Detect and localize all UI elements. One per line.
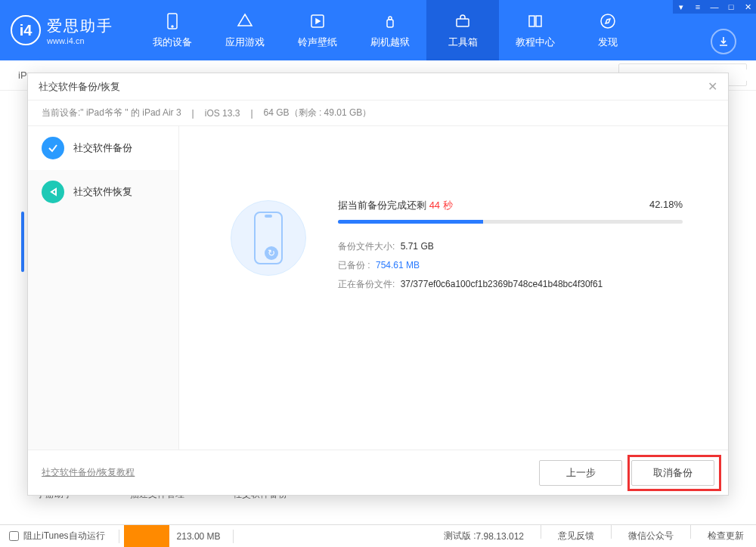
sidebar-item-restore[interactable]: 社交软件恢复 <box>28 170 178 214</box>
book-icon <box>525 11 545 31</box>
side-indicator <box>21 212 24 272</box>
sidebar-label: 社交软件备份 <box>73 141 132 155</box>
cancel-backup-button[interactable]: 取消备份 <box>631 460 714 486</box>
music-icon <box>308 11 327 31</box>
nav-discover[interactable]: 发现 <box>572 0 644 60</box>
app-subtitle: www.i4.cn <box>47 36 113 45</box>
apps-icon <box>235 11 255 31</box>
nav-label: 刷机越狱 <box>370 36 410 49</box>
progress-bar-fill <box>338 220 483 224</box>
device-info-bar: 当前设备:" iPad爷爷 " 的 iPad Air 3 | iOS 13.3 … <box>28 100 728 126</box>
win-shirt-icon[interactable]: ▾ <box>673 0 689 14</box>
dialog-main: ↻ 据当前备份完成还剩 44 秒 42.18% 备份文件大小: 5.71 GB <box>179 126 728 450</box>
nav-label: 发现 <box>598 36 618 49</box>
prev-button[interactable]: 上一步 <box>539 460 622 486</box>
device-name: " iPad爷爷 " 的 iPad Air 3 <box>80 107 181 118</box>
top-bar: i4 爱思助手 www.i4.cn 我的设备 应用游戏 铃声壁纸 刷机越狱 工具… <box>0 0 756 60</box>
version-value: 7.98.13.012 <box>476 531 524 542</box>
nav-flash[interactable]: 刷机越狱 <box>354 0 426 60</box>
svg-point-6 <box>601 14 615 28</box>
dialog-footer: 社交软件备份/恢复教程 上一步 取消备份 <box>28 450 728 495</box>
window-buttons: ▾ ≡ — □ ✕ <box>673 0 756 14</box>
block-itunes-input[interactable] <box>9 531 19 541</box>
win-close-icon[interactable]: ✕ <box>739 0 756 14</box>
tutorial-link[interactable]: 社交软件备份/恢复教程 <box>42 466 135 479</box>
download-button[interactable] <box>711 29 736 54</box>
nav-label: 铃声壁纸 <box>298 36 337 49</box>
phone-icon <box>163 11 182 31</box>
nav-my-device[interactable]: 我的设备 <box>136 0 209 60</box>
svg-rect-0 <box>168 14 177 29</box>
dialog-header: 社交软件备份/恢复 ✕ <box>28 73 728 100</box>
storage-used-bar <box>124 525 169 547</box>
win-menu-icon[interactable]: ≡ <box>689 0 706 14</box>
logo-area: i4 爱思助手 www.i4.cn <box>0 0 136 60</box>
logo-icon: i4 <box>11 15 41 45</box>
toolbox-icon <box>453 11 472 31</box>
check-update-link[interactable]: 检查更新 <box>696 525 756 548</box>
block-itunes-label: 阻止iTunes自动运行 <box>23 530 105 542</box>
svg-rect-5 <box>457 19 469 26</box>
sidebar-item-backup[interactable]: 社交软件备份 <box>28 126 178 170</box>
dialog-sidebar: 社交软件备份 社交软件恢复 <box>28 126 179 450</box>
info-label: 已备份 : <box>338 260 370 270</box>
dialog-title: 社交软件备份/恢复 <box>39 80 120 94</box>
phone-icon: ↻ <box>254 212 283 264</box>
nav-label: 工具箱 <box>448 36 478 49</box>
nav-label: 应用游戏 <box>225 36 265 49</box>
flash-icon <box>380 11 400 31</box>
info-value: 37/377ef0c6a100cf1b2369b748ce41b48bc4f30… <box>401 279 603 289</box>
info-label: 正在备份文件: <box>338 279 395 289</box>
progress-remaining: 44 秒 <box>429 199 453 211</box>
block-itunes-checkbox[interactable]: 阻止iTunes自动运行 <box>0 530 114 542</box>
progress-text: 据当前备份完成还剩 44 秒 <box>338 199 453 212</box>
device-storage: 64 GB（剩余 : 49.01 GB） <box>264 107 372 119</box>
status-bar: 阻止iTunes自动运行 213.00 MB 测试版 : 7.98.13.012… <box>0 524 756 547</box>
info-label: 备份文件大小: <box>338 241 395 252</box>
backup-graphic: ↻ <box>231 200 306 276</box>
info-done: 已备份 : 754.61 MB <box>338 259 683 272</box>
info-size: 备份文件大小: 5.71 GB <box>338 240 683 253</box>
storage-meter: 213.00 MB <box>124 525 228 547</box>
version-label: 测试版 : 7.98.13.012 <box>432 525 536 548</box>
nav-ringtones[interactable]: 铃声壁纸 <box>281 0 354 60</box>
backup-icon <box>42 137 64 159</box>
device-prefix: 当前设备: <box>42 107 80 118</box>
nav-tutorials[interactable]: 教程中心 <box>499 0 572 60</box>
progress-prefix: 据当前备份完成还剩 <box>338 199 426 211</box>
nav-toolbox[interactable]: 工具箱 <box>426 0 499 60</box>
svg-rect-4 <box>387 20 393 27</box>
app-title: 爱思助手 <box>47 16 113 36</box>
wechat-link[interactable]: 微信公众号 <box>616 525 686 548</box>
svg-point-1 <box>172 26 173 27</box>
info-value-link[interactable]: 754.61 MB <box>376 260 420 270</box>
progress-percent: 42.18% <box>649 199 683 212</box>
backup-dialog: 社交软件备份/恢复 ✕ 当前设备:" iPad爷爷 " 的 iPad Air 3… <box>27 73 729 496</box>
nav-apps[interactable]: 应用游戏 <box>209 0 281 60</box>
info-value: 5.71 GB <box>401 241 434 252</box>
win-minimize-icon[interactable]: — <box>706 0 723 14</box>
nav-label: 教程中心 <box>516 36 555 49</box>
dialog-close-icon[interactable]: ✕ <box>708 79 717 94</box>
version-prefix: 测试版 : <box>444 530 476 542</box>
device-ios: iOS 13.3 <box>205 108 240 119</box>
restore-icon <box>42 181 64 203</box>
win-maximize-icon[interactable]: □ <box>723 0 739 14</box>
compass-icon <box>598 11 618 31</box>
info-file: 正在备份文件: 37/377ef0c6a100cf1b2369b748ce41b… <box>338 278 683 291</box>
nav-label: 我的设备 <box>153 36 192 49</box>
feedback-link[interactable]: 意见反馈 <box>546 525 606 548</box>
sidebar-label: 社交软件恢复 <box>73 185 132 199</box>
storage-used-label: 213.00 MB <box>169 531 228 542</box>
progress-bar <box>338 220 683 224</box>
main-nav: 我的设备 应用游戏 铃声壁纸 刷机越狱 工具箱 教程中心 发现 <box>136 0 756 60</box>
